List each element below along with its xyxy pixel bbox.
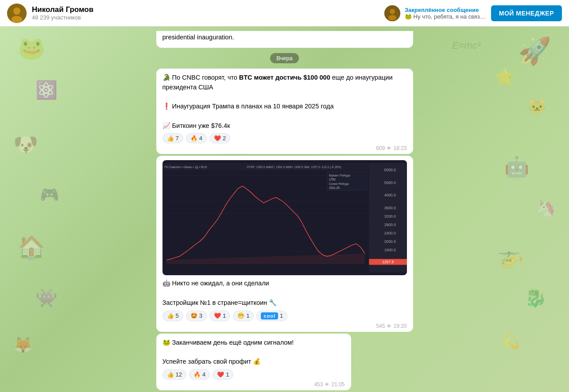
reaction-3-thumbsup-emoji: 👍	[167, 371, 174, 378]
channel-members: 48 239 участников	[32, 14, 93, 21]
svg-text:1267.8: 1267.8	[382, 260, 394, 264]
header-right: Закреплённое сообщение 🐸 Ну что, ребята,…	[384, 5, 562, 21]
svg-point-4	[390, 9, 395, 14]
message-2-footer: 545 👁 19:20	[163, 323, 407, 329]
reaction-thumbsup-count: 7	[176, 135, 179, 142]
message-1-footer: 609 👁 18:23	[163, 145, 407, 151]
message-3-time: 21:05	[331, 381, 344, 388]
reaction-2-starstruck-count: 3	[199, 312, 202, 319]
reaction-3-heart-emoji: ❤️	[217, 371, 224, 378]
message-3-text: 🐸 Заканчиваем день ещё одним сигналом! У…	[163, 338, 345, 367]
svg-text:ГК Самолет • обыкн • 1Д • RUS: ГК Самолет • обыкн • 1Д • RUS	[164, 165, 207, 169]
message-2-time: 19:20	[393, 323, 406, 329]
reaction-2-starstruck-emoji: 🤩	[190, 312, 197, 319]
reaction-2-grin-count: 1	[246, 312, 249, 319]
reaction-fire[interactable]: 🔥 4	[186, 133, 207, 143]
reaction-3-fire-emoji: 🔥	[194, 371, 201, 378]
reaction-heart-emoji: ❤️	[214, 135, 221, 142]
date-separator: Вчера	[156, 53, 413, 63]
reaction-2-heart-count: 1	[223, 312, 226, 319]
chat-container: presidential inauguration. Вчера 🐊 По CN…	[156, 31, 413, 388]
svg-text:Мувинг Рейндж: Мувинг Рейндж	[329, 174, 350, 177]
views-icon-1: 👁	[387, 146, 391, 151]
reaction-2-heart-emoji: ❤️	[214, 312, 221, 319]
message-2-reactions: 👍 5 🤩 3 ❤️ 1 😁 1 cool 1	[163, 311, 407, 321]
reaction-3-heart-count: 1	[226, 371, 229, 378]
svg-text:Синяя Рейндж: Синяя Рейндж	[329, 182, 348, 186]
reaction-2-thumbsup-count: 5	[176, 312, 179, 319]
reaction-3-thumbsup[interactable]: 👍 12	[163, 369, 186, 380]
svg-text:2800.0: 2800.0	[384, 223, 395, 227]
chat-main: presidential inauguration. Вчера 🐊 По CN…	[0, 27, 569, 392]
reaction-2-grin-emoji: 😁	[237, 312, 244, 319]
reaction-2-heart[interactable]: ❤️ 1	[209, 311, 230, 321]
svg-text:1600.0: 1600.0	[384, 248, 395, 252]
channel-text: Николай Громов 48 239 участников	[32, 5, 93, 21]
reaction-thumbsup-emoji: 👍	[167, 135, 174, 142]
channel-avatar[interactable]	[7, 4, 27, 23]
pinned-message[interactable]: Закреплённое сообщение 🐸 Ну что, ребята,…	[384, 5, 486, 21]
reaction-fire-emoji: 🔥	[190, 135, 197, 142]
svg-text:1750: 1750	[329, 178, 335, 181]
svg-text:1521.25: 1521.25	[329, 187, 339, 190]
reaction-2-starstruck[interactable]: 🤩 3	[186, 311, 207, 321]
partial-text: presidential inauguration.	[163, 33, 407, 42]
reaction-2-grin[interactable]: 😁 1	[233, 311, 254, 321]
cool-badge: cool	[261, 312, 278, 319]
message-3-views: 453	[314, 381, 323, 388]
svg-text:2000.0: 2000.0	[384, 239, 395, 244]
date-badge: Вчера	[270, 53, 299, 63]
message-2-text: 🤖 Никто не ожидал, а они сделали Застрой…	[163, 279, 407, 307]
reaction-3-heart[interactable]: ❤️ 1	[213, 369, 233, 380]
reaction-3-thumbsup-count: 12	[176, 371, 182, 378]
message-3-footer: 453 👁 21:05	[163, 381, 345, 388]
svg-point-2	[12, 16, 22, 23]
channel-name: Николай Громов	[32, 5, 93, 14]
message-1-text: 🐊 По CNBC говорят, что BTC может достичь…	[163, 73, 407, 131]
message-partial-top: presidential inauguration.	[156, 31, 413, 48]
message-1-views: 609	[376, 145, 385, 151]
manager-button[interactable]: МОЙ МЕНЕДЖЕР	[491, 5, 562, 21]
svg-point-5	[388, 15, 396, 20]
message-3: 🐸 Заканчиваем день ещё одним сигналом! У…	[156, 334, 351, 390]
message-1-reactions: 👍 7 🔥 4 ❤️ 2	[163, 133, 407, 143]
svg-text:3600.0: 3600.0	[384, 206, 395, 210]
reaction-2-thumbsup[interactable]: 👍 5	[163, 311, 183, 321]
svg-text:ОТКР: 1392.0 МАКС: 1391.0 МИН:: ОТКР: 1392.0 МАКС: 1391.0 МИН: 1345.5 ЗА…	[247, 165, 341, 169]
reaction-2-cool[interactable]: cool 1	[256, 311, 287, 321]
views-icon-3: 👁	[325, 382, 329, 387]
reaction-fire-count: 4	[199, 135, 202, 142]
reaction-3-fire[interactable]: 🔥 4	[189, 369, 210, 380]
reaction-heart-count: 2	[223, 135, 226, 142]
message-2: 6000.0 5000.0 4000.0 3600.0 3200.0 2800.…	[156, 156, 413, 331]
views-icon-2: 👁	[387, 323, 391, 329]
pinned-text-block: Закреплённое сообщение 🐸 Ну что, ребята,…	[405, 7, 486, 20]
svg-point-1	[13, 8, 20, 15]
svg-text:3200.0: 3200.0	[384, 214, 395, 219]
pinned-label: Закреплённое сообщение	[405, 7, 486, 13]
pinned-preview: 🐸 Ну что, ребята, я на связ…	[405, 13, 486, 20]
message-2-views: 545	[376, 323, 385, 329]
chart-container[interactable]: 6000.0 5000.0 4000.0 3600.0 3200.0 2800.…	[163, 160, 407, 275]
reaction-2-thumbsup-emoji: 👍	[167, 312, 174, 319]
message-3-reactions: 👍 12 🔥 4 ❤️ 1	[163, 369, 345, 380]
reaction-3-fire-count: 4	[202, 371, 205, 378]
reaction-thumbsup[interactable]: 👍 7	[163, 133, 183, 143]
reaction-2-cool-count: 1	[280, 312, 283, 319]
pinned-avatar	[384, 5, 400, 21]
app-header: Николай Громов 48 239 участников Закрепл…	[0, 0, 569, 27]
message-1: 🐊 По CNBC говорят, что BTC может достичь…	[156, 69, 413, 154]
message-1-time: 18:23	[393, 145, 406, 151]
svg-text:2400.0: 2400.0	[384, 231, 395, 235]
header-channel-info: Николай Громов 48 239 участников	[7, 4, 93, 23]
svg-text:5000.0: 5000.0	[384, 181, 395, 185]
svg-text:6000.0: 6000.0	[384, 168, 395, 173]
reaction-heart[interactable]: ❤️ 2	[209, 133, 230, 143]
svg-text:4000.0: 4000.0	[384, 193, 395, 198]
